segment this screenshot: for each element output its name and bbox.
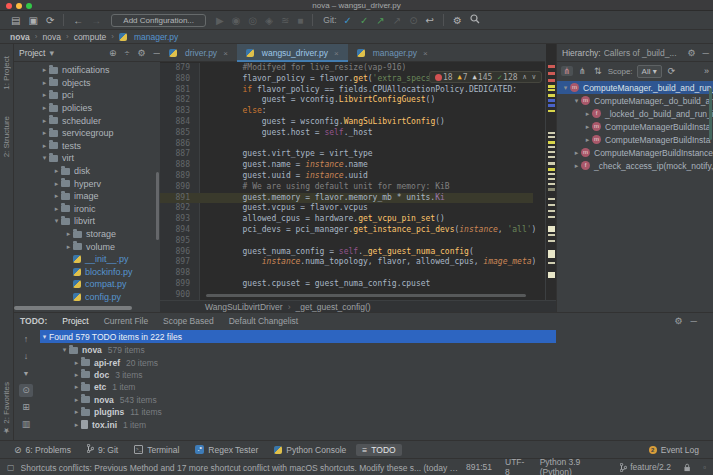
toolwindow-button-regex[interactable]: .*Regex Tester [189, 444, 264, 456]
breadcrumb-file[interactable]: manager.py [119, 32, 178, 42]
run-configuration-selector[interactable]: Add Configuration... [111, 14, 206, 27]
toolwindow-button-branch[interactable]: 9: Git [81, 443, 124, 456]
stripe-mark[interactable] [548, 136, 555, 138]
preview-icon[interactable]: ▥ [19, 418, 33, 431]
stripe-mark[interactable] [548, 151, 555, 153]
stripe-mark[interactable] [548, 79, 555, 82]
chevron-icon[interactable]: ▸ [572, 149, 581, 157]
chevron-icon[interactable]: ▸ [72, 371, 81, 379]
hide-panel-icon[interactable]: ─ [691, 316, 697, 326]
close-tab-icon[interactable]: × [334, 49, 339, 58]
scope-select[interactable]: All ▾ [637, 65, 662, 78]
settings-icon[interactable]: ⚙ [675, 316, 683, 326]
git-branch[interactable]: feature/2.2 [620, 462, 671, 472]
chevron-icon[interactable]: ▾ [561, 84, 570, 92]
chevron-icon[interactable]: ▸ [52, 192, 61, 200]
chevron-icon[interactable]: ▸ [40, 66, 49, 74]
autoscroll-icon[interactable]: ⊙ [19, 384, 33, 397]
next-todo-icon[interactable]: ↓ [19, 350, 33, 363]
code-line[interactable]: 882 guest = vconfig.LibvirtConfigGuest() [160, 95, 533, 106]
stripe-mark[interactable] [548, 272, 555, 278]
toolwindow-button-todo[interactable]: ≡TODO [356, 444, 401, 456]
caller-hierarchy-icon[interactable]: ⋔ [561, 66, 573, 76]
settings-icon[interactable]: ⚙ [688, 48, 696, 58]
breadcrumb-class[interactable]: WangSuLibvirtDriver [205, 302, 283, 312]
chevron-icon[interactable]: ▸ [72, 396, 81, 404]
code-line[interactable]: 888 guest.name = instance.name [160, 160, 533, 171]
callee-hierarchy-icon[interactable]: ⋔ [577, 66, 589, 76]
chevron-icon[interactable]: ▸ [40, 91, 49, 99]
stripe-mark[interactable] [548, 132, 555, 134]
hierarchy-row[interactable]: ▸mComputeManagerBuildInstance [557, 146, 713, 159]
chevron-icon[interactable]: ▸ [72, 421, 81, 429]
chevron-icon[interactable]: ▸ [52, 167, 61, 175]
stripe-mark[interactable] [548, 173, 555, 175]
tree-item-folder[interactable]: ▸notifications [14, 64, 160, 77]
hierarchy-row[interactable]: ▸mComputeManagerBuildInsta [557, 133, 713, 146]
chevron-icon[interactable]: ▸ [583, 136, 592, 144]
code-area[interactable]: 879 #Modifyed for live_resize(vap-916)88… [160, 63, 545, 300]
hierarchy-row[interactable]: ▸mComputeManagerBuildInsta [557, 120, 713, 133]
debug-icon[interactable]: ◉ [232, 12, 241, 29]
lock-icon[interactable] [684, 463, 690, 472]
open-icon[interactable]: ▤ [11, 12, 20, 29]
tree-item-folder[interactable]: ▸objects [14, 77, 160, 90]
fetch-icon[interactable]: ↗ [393, 12, 401, 29]
project-scrollbar-horizontal[interactable] [14, 306, 132, 310]
todo-tree-row[interactable]: ▸etc1 item [40, 381, 700, 393]
code-line[interactable]: 891 guest.memory = flavor.memory_mb * un… [160, 193, 533, 204]
chevron-icon[interactable]: ▸ [64, 230, 73, 238]
editor-scrollbar-horizontal[interactable] [206, 294, 526, 297]
code-line[interactable]: 885 guest.host = self._host [160, 128, 533, 139]
concurrency-icon[interactable]: ≋ [281, 12, 289, 29]
chevron-icon[interactable]: ▸ [64, 243, 73, 251]
file-encoding[interactable]: UTF-8 [505, 457, 527, 475]
todo-tab[interactable]: Scope Based [163, 316, 214, 326]
sidebar-item-project[interactable]: 1: Project [2, 56, 11, 90]
back-icon[interactable]: ← [73, 12, 83, 29]
prev-todo-icon[interactable]: ↑ [19, 333, 33, 346]
forward-icon[interactable]: → [91, 12, 101, 29]
tree-item-folder[interactable]: ▸policies [14, 102, 160, 115]
update-project-icon[interactable]: ✓ [344, 12, 352, 29]
tree-item-file[interactable]: __init__.py [14, 253, 160, 266]
code-line[interactable]: 894 pci_devs = pci_manager.get_instance_… [160, 225, 533, 236]
chevron-icon[interactable]: ▾ [60, 346, 69, 354]
tree-item-folder[interactable]: ▸ironic [14, 203, 160, 216]
todo-tab[interactable]: Project [62, 316, 88, 326]
chevron-icon[interactable]: ▸ [72, 408, 81, 416]
toolwindow-button-terminal[interactable]: >_Terminal [128, 444, 185, 456]
code-line[interactable]: 884 guest = wsconfig.WangSuLibvirtConfig… [160, 117, 533, 128]
chevron-icon[interactable]: ▸ [40, 104, 49, 112]
code-line[interactable]: 893 allowed_cpus = hardware.get_vcpu_pin… [160, 214, 533, 225]
stripe-mark[interactable] [548, 168, 555, 171]
chevron-icon[interactable]: ▸ [583, 123, 592, 131]
next-issue-icon[interactable]: ∨ [532, 73, 536, 81]
caret-position[interactable]: 891:51 [466, 462, 492, 472]
todo-summary-row[interactable]: ▾ Found 579 TODO items in 222 files [40, 330, 556, 343]
stripe-mark[interactable] [548, 226, 555, 232]
code-line[interactable]: 892 guest.vcpus = flavor.vcpus [160, 203, 533, 214]
stripe-mark[interactable] [548, 146, 555, 148]
commit-icon[interactable]: ✓ [360, 12, 368, 29]
editor-tab[interactable]: manager.py× [348, 44, 437, 62]
history-icon[interactable]: ⊙ [409, 12, 417, 29]
hide-panel-icon[interactable]: ─ [703, 48, 709, 58]
hierarchy-scrollbar[interactable] [709, 88, 712, 140]
tree-item-folder[interactable]: ▸disk [14, 165, 160, 178]
toolwindow-toggle-icon[interactable]: ▢ [7, 463, 15, 472]
todo-tab[interactable]: Current File [104, 316, 148, 326]
chevron-icon[interactable]: ▸ [52, 180, 61, 188]
chevron-icon[interactable]: ▸ [72, 383, 81, 391]
todo-tree-row[interactable]: ▸doc3 items [40, 369, 700, 381]
tree-item-folder[interactable]: ▸image [14, 190, 160, 203]
project-view-selector[interactable]: Project [19, 48, 45, 58]
todo-tree-row[interactable]: ▸nova543 items [40, 394, 700, 406]
todo-tree-row[interactable]: ▾nova579 items [40, 344, 700, 356]
chevron-icon[interactable]: ▸ [40, 142, 49, 150]
indicator-icon[interactable]: ▫ [703, 463, 706, 472]
tree-item-folder[interactable]: ▸volume [14, 240, 160, 253]
error-stripe[interactable] [545, 44, 556, 300]
stripe-mark[interactable] [548, 210, 555, 212]
stripe-mark[interactable] [548, 216, 555, 218]
